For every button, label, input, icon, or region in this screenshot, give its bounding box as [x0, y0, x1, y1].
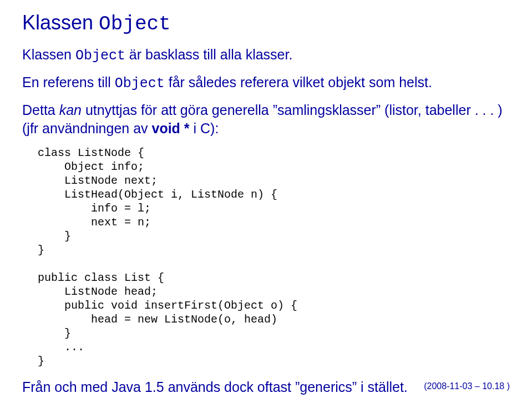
slide-page: Klassen Object Klassen Object är basklas…: [0, 0, 532, 398]
slide-title: Klassen Object: [22, 11, 510, 36]
title-text-a: Klassen: [22, 11, 99, 34]
footer-date: (2008-11-03 – 10.18 ): [424, 381, 510, 391]
l3ital: kan: [59, 102, 82, 118]
body-line-2: En referens till Object får således refe…: [22, 73, 510, 93]
l3b: utnyttjas för att göra generella ”samlin…: [22, 102, 503, 137]
l3bold: void *: [151, 120, 189, 136]
l2a: En referens till: [22, 74, 115, 90]
l2m: Object: [115, 75, 165, 92]
l1m: Object: [75, 48, 125, 64]
title-text-mono: Object: [99, 13, 171, 36]
l3a: Detta: [22, 102, 59, 118]
l1b: är basklass till alla klasser.: [125, 47, 293, 62]
l3c: i C):: [190, 120, 219, 136]
code-block: class ListNode { Object info; ListNode n…: [38, 146, 510, 368]
body-line-1: Klassen Object är basklass till alla kla…: [22, 46, 510, 66]
body-line-3: Detta kan utnyttjas för att göra generel…: [22, 101, 510, 139]
l2b: får således referera vilket objekt som h…: [165, 74, 432, 90]
l1a: Klassen: [22, 47, 75, 62]
